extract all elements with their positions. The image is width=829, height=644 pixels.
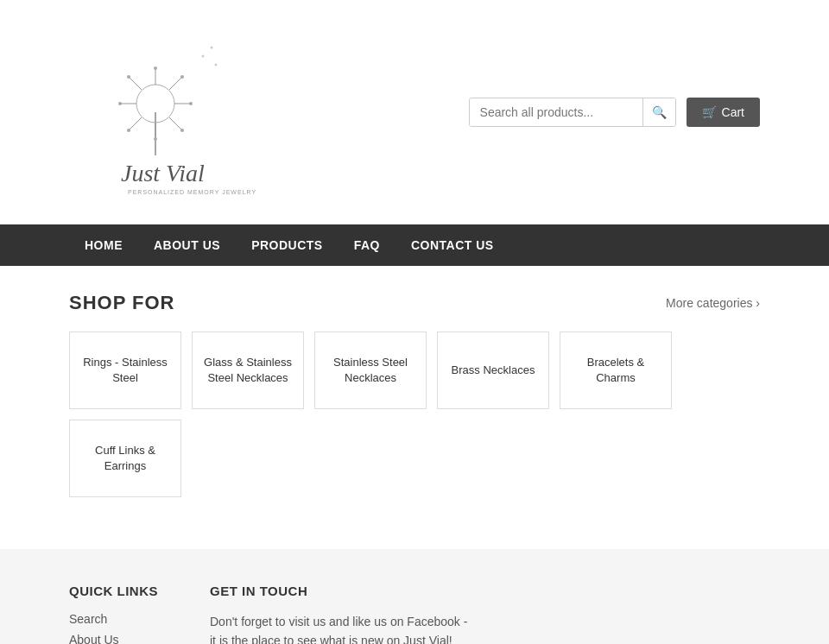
footer-link-search[interactable]: Search bbox=[69, 612, 158, 626]
get-in-touch-title: GET IN TOUCH bbox=[210, 584, 469, 598]
cart-icon: 🛒 bbox=[702, 105, 717, 119]
search-icon: 🔍 bbox=[652, 105, 667, 119]
logo-area: Just Vial PERSONALIZED MEMORY JEWELRY bbox=[69, 17, 259, 207]
get-in-touch-text: Don't forget to visit us and like us on … bbox=[210, 612, 469, 644]
category-glass-stainless-steel-necklaces[interactable]: Glass & Stainless Steel Necklaces bbox=[192, 331, 304, 409]
category-brass-necklaces[interactable]: Brass Necklaces bbox=[437, 331, 549, 409]
cart-label: Cart bbox=[722, 105, 744, 119]
svg-point-15 bbox=[180, 75, 184, 79]
search-input[interactable] bbox=[470, 98, 642, 126]
category-bracelets-charms[interactable]: Bracelets & Charms bbox=[560, 331, 672, 409]
svg-point-20 bbox=[215, 64, 218, 66]
svg-text:PERSONALIZED MEMORY JEWELRY: PERSONALIZED MEMORY JEWELRY bbox=[128, 189, 256, 195]
category-cuff-links-earrings[interactable]: Cuff Links & Earrings bbox=[69, 420, 181, 497]
svg-line-6 bbox=[130, 78, 142, 90]
site-logo: Just Vial PERSONALIZED MEMORY JEWELRY bbox=[69, 17, 259, 207]
categories-grid: Rings - Stainless Steel Glass & Stainles… bbox=[69, 331, 760, 497]
svg-point-13 bbox=[189, 102, 193, 105]
nav-item-products[interactable]: PRODUCTS bbox=[236, 224, 339, 266]
nav-item-contact-us[interactable]: CONTACT US bbox=[396, 224, 509, 266]
svg-point-11 bbox=[154, 137, 157, 141]
cart-button[interactable]: 🛒 Cart bbox=[687, 98, 760, 127]
svg-point-17 bbox=[180, 129, 184, 132]
search-button[interactable]: 🔍 bbox=[642, 98, 675, 126]
quick-links-title: QUICK LINKS bbox=[69, 584, 158, 598]
footer-quick-links: QUICK LINKS Search About Us bbox=[69, 584, 158, 644]
main-nav: HOME ABOUT US PRODUCTS FAQ CONTACT US bbox=[0, 224, 829, 266]
category-rings-stainless-steel[interactable]: Rings - Stainless Steel bbox=[69, 331, 181, 409]
category-stainless-steel-necklaces[interactable]: Stainless Steel Necklaces bbox=[314, 331, 427, 409]
footer-link-about[interactable]: About Us bbox=[69, 633, 158, 644]
shop-for-header: SHOP FOR More categories › bbox=[69, 292, 760, 314]
header-right: 🔍 🛒 Cart bbox=[469, 98, 760, 127]
footer-top: QUICK LINKS Search About Us GET IN TOUCH… bbox=[0, 549, 829, 644]
search-form: 🔍 bbox=[469, 98, 676, 127]
more-categories-link[interactable]: More categories › bbox=[666, 296, 760, 310]
svg-point-16 bbox=[127, 129, 130, 132]
svg-text:Just Vial: Just Vial bbox=[121, 160, 205, 186]
nav-item-faq[interactable]: FAQ bbox=[339, 224, 396, 266]
nav-item-home[interactable]: HOME bbox=[69, 224, 138, 266]
svg-point-12 bbox=[118, 102, 122, 105]
footer-columns: QUICK LINKS Search About Us GET IN TOUCH… bbox=[69, 584, 760, 644]
svg-point-18 bbox=[202, 55, 205, 58]
svg-point-14 bbox=[127, 75, 130, 79]
svg-line-8 bbox=[130, 117, 142, 129]
footer-get-in-touch: GET IN TOUCH Don't forget to visit us an… bbox=[210, 584, 469, 644]
svg-point-10 bbox=[154, 66, 157, 70]
main-content: SHOP FOR More categories › Rings - Stain… bbox=[0, 266, 829, 523]
svg-point-19 bbox=[211, 47, 213, 49]
shop-for-title: SHOP FOR bbox=[69, 292, 175, 314]
svg-line-9 bbox=[169, 117, 181, 129]
nav-item-about-us[interactable]: ABOUT US bbox=[138, 224, 236, 266]
header: Just Vial PERSONALIZED MEMORY JEWELRY 🔍 … bbox=[0, 0, 829, 224]
svg-line-7 bbox=[169, 78, 181, 90]
